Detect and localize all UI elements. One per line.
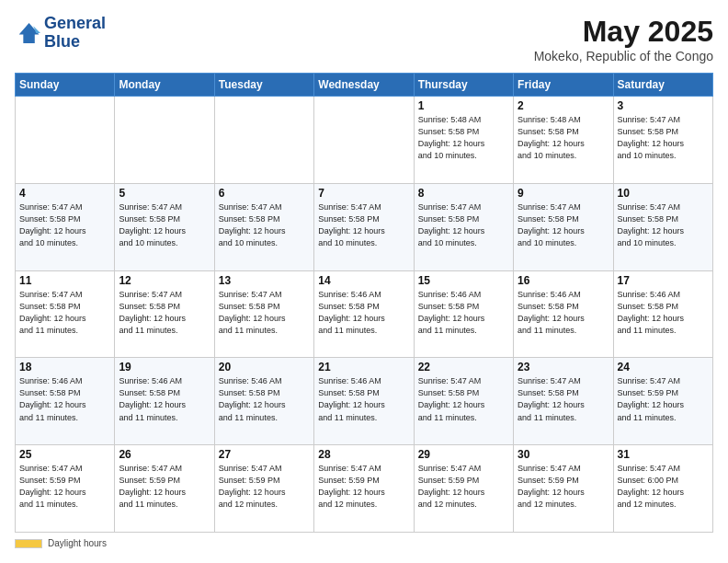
day-number: 7 bbox=[318, 187, 409, 200]
day-number: 20 bbox=[219, 361, 310, 373]
calendar-cell: 28Sunrise: 5:47 AM Sunset: 5:59 PM Dayli… bbox=[314, 445, 414, 533]
day-info: Sunrise: 5:47 AM Sunset: 5:59 PM Dayligh… bbox=[119, 463, 210, 511]
calendar-cell bbox=[214, 97, 313, 184]
day-number: 15 bbox=[418, 274, 509, 287]
calendar-cell: 26Sunrise: 5:47 AM Sunset: 5:59 PM Dayli… bbox=[115, 445, 214, 533]
calendar-cell: 17Sunrise: 5:46 AM Sunset: 5:58 PM Dayli… bbox=[613, 270, 712, 358]
subtitle: Mokeko, Republic of the Congo bbox=[534, 49, 713, 63]
calendar-day-header: Saturday bbox=[613, 74, 712, 97]
calendar-cell: 5Sunrise: 5:47 AM Sunset: 5:58 PM Daylig… bbox=[115, 183, 214, 270]
logo-icon bbox=[15, 20, 40, 46]
calendar-cell: 31Sunrise: 5:47 AM Sunset: 6:00 PM Dayli… bbox=[613, 445, 712, 533]
day-number: 5 bbox=[119, 187, 210, 200]
calendar-cell bbox=[115, 97, 214, 184]
day-number: 27 bbox=[219, 448, 310, 461]
day-number: 24 bbox=[618, 361, 709, 373]
day-info: Sunrise: 5:47 AM Sunset: 5:59 PM Dayligh… bbox=[219, 463, 310, 511]
calendar-cell: 20Sunrise: 5:46 AM Sunset: 5:58 PM Dayli… bbox=[214, 358, 313, 445]
calendar-cell: 9Sunrise: 5:47 AM Sunset: 5:58 PM Daylig… bbox=[514, 183, 613, 270]
calendar-cell: 18Sunrise: 5:46 AM Sunset: 5:58 PM Dayli… bbox=[16, 358, 115, 445]
day-info: Sunrise: 5:47 AM Sunset: 5:58 PM Dayligh… bbox=[518, 375, 609, 423]
day-number: 4 bbox=[19, 187, 110, 200]
day-info: Sunrise: 5:47 AM Sunset: 5:59 PM Dayligh… bbox=[518, 463, 609, 511]
day-number: 17 bbox=[618, 274, 709, 287]
calendar-day-header: Monday bbox=[115, 74, 214, 97]
title-block: May 2025 Mokeko, Republic of the Congo bbox=[534, 15, 713, 63]
day-info: Sunrise: 5:46 AM Sunset: 5:58 PM Dayligh… bbox=[219, 375, 310, 423]
day-number: 30 bbox=[518, 448, 609, 461]
calendar-cell: 6Sunrise: 5:47 AM Sunset: 5:58 PM Daylig… bbox=[214, 183, 313, 270]
main-title: May 2025 bbox=[534, 15, 713, 49]
day-info: Sunrise: 5:46 AM Sunset: 5:58 PM Dayligh… bbox=[518, 289, 609, 337]
day-info: Sunrise: 5:46 AM Sunset: 5:58 PM Dayligh… bbox=[318, 375, 409, 423]
day-info: Sunrise: 5:46 AM Sunset: 5:58 PM Dayligh… bbox=[418, 289, 509, 337]
day-number: 2 bbox=[518, 99, 609, 112]
day-number: 1 bbox=[418, 99, 509, 112]
calendar-week-row: 4Sunrise: 5:47 AM Sunset: 5:58 PM Daylig… bbox=[16, 183, 713, 270]
day-number: 21 bbox=[318, 361, 409, 373]
footer-note: Daylight hours bbox=[15, 538, 713, 548]
calendar-cell: 25Sunrise: 5:47 AM Sunset: 5:59 PM Dayli… bbox=[16, 445, 115, 533]
day-info: Sunrise: 5:47 AM Sunset: 5:58 PM Dayligh… bbox=[618, 201, 709, 249]
calendar-cell: 4Sunrise: 5:47 AM Sunset: 5:58 PM Daylig… bbox=[16, 183, 115, 270]
day-info: Sunrise: 5:47 AM Sunset: 5:58 PM Dayligh… bbox=[219, 201, 310, 249]
day-number: 10 bbox=[618, 187, 709, 200]
calendar-week-row: 11Sunrise: 5:47 AM Sunset: 5:58 PM Dayli… bbox=[16, 270, 713, 358]
calendar-cell: 3Sunrise: 5:47 AM Sunset: 5:58 PM Daylig… bbox=[613, 97, 712, 184]
day-number: 13 bbox=[219, 274, 310, 287]
calendar-day-header: Friday bbox=[514, 74, 613, 97]
day-number: 23 bbox=[518, 361, 609, 373]
calendar-cell: 2Sunrise: 5:48 AM Sunset: 5:58 PM Daylig… bbox=[514, 97, 613, 184]
logo-text: General Blue bbox=[44, 15, 106, 52]
day-info: Sunrise: 5:46 AM Sunset: 5:58 PM Dayligh… bbox=[119, 375, 210, 423]
day-number: 9 bbox=[518, 187, 609, 200]
day-info: Sunrise: 5:46 AM Sunset: 5:58 PM Dayligh… bbox=[618, 289, 709, 337]
header: General Blue May 2025 Mokeko, Republic o… bbox=[15, 15, 713, 63]
calendar-cell: 22Sunrise: 5:47 AM Sunset: 5:58 PM Dayli… bbox=[414, 358, 513, 445]
calendar-cell: 13Sunrise: 5:47 AM Sunset: 5:58 PM Dayli… bbox=[214, 270, 313, 358]
day-info: Sunrise: 5:47 AM Sunset: 5:59 PM Dayligh… bbox=[418, 463, 509, 511]
calendar-day-header: Thursday bbox=[414, 74, 513, 97]
calendar-cell: 29Sunrise: 5:47 AM Sunset: 5:59 PM Dayli… bbox=[414, 445, 513, 533]
day-info: Sunrise: 5:47 AM Sunset: 5:58 PM Dayligh… bbox=[518, 201, 609, 249]
calendar-cell: 19Sunrise: 5:46 AM Sunset: 5:58 PM Dayli… bbox=[115, 358, 214, 445]
logo: General Blue bbox=[15, 15, 106, 52]
calendar-day-header: Wednesday bbox=[314, 74, 414, 97]
day-number: 12 bbox=[119, 274, 210, 287]
day-number: 3 bbox=[618, 99, 709, 112]
calendar-cell bbox=[16, 97, 115, 184]
calendar-cell: 14Sunrise: 5:46 AM Sunset: 5:58 PM Dayli… bbox=[314, 270, 414, 358]
calendar-table: SundayMondayTuesdayWednesdayThursdayFrid… bbox=[15, 73, 713, 533]
day-info: Sunrise: 5:48 AM Sunset: 5:58 PM Dayligh… bbox=[418, 114, 509, 162]
calendar-cell: 23Sunrise: 5:47 AM Sunset: 5:58 PM Dayli… bbox=[514, 358, 613, 445]
daylight-bar-icon bbox=[15, 539, 42, 548]
day-number: 28 bbox=[318, 448, 409, 461]
calendar-cell bbox=[314, 97, 414, 184]
day-number: 31 bbox=[618, 448, 709, 461]
calendar-cell: 16Sunrise: 5:46 AM Sunset: 5:58 PM Dayli… bbox=[514, 270, 613, 358]
calendar-day-header: Sunday bbox=[16, 74, 115, 97]
calendar-cell: 11Sunrise: 5:47 AM Sunset: 5:58 PM Dayli… bbox=[16, 270, 115, 358]
day-info: Sunrise: 5:47 AM Sunset: 5:58 PM Dayligh… bbox=[119, 289, 210, 337]
calendar-cell: 15Sunrise: 5:46 AM Sunset: 5:58 PM Dayli… bbox=[414, 270, 513, 358]
day-info: Sunrise: 5:47 AM Sunset: 5:58 PM Dayligh… bbox=[618, 114, 709, 162]
calendar-cell: 27Sunrise: 5:47 AM Sunset: 5:59 PM Dayli… bbox=[214, 445, 313, 533]
day-number: 6 bbox=[219, 187, 310, 200]
calendar-cell: 30Sunrise: 5:47 AM Sunset: 5:59 PM Dayli… bbox=[514, 445, 613, 533]
calendar-cell: 10Sunrise: 5:47 AM Sunset: 5:58 PM Dayli… bbox=[613, 183, 712, 270]
day-info: Sunrise: 5:47 AM Sunset: 5:59 PM Dayligh… bbox=[618, 375, 709, 423]
calendar-day-header: Tuesday bbox=[214, 74, 313, 97]
calendar-cell: 12Sunrise: 5:47 AM Sunset: 5:58 PM Dayli… bbox=[115, 270, 214, 358]
calendar-header-row: SundayMondayTuesdayWednesdayThursdayFrid… bbox=[16, 74, 713, 97]
day-number: 29 bbox=[418, 448, 509, 461]
day-info: Sunrise: 5:47 AM Sunset: 5:58 PM Dayligh… bbox=[19, 289, 110, 337]
day-info: Sunrise: 5:46 AM Sunset: 5:58 PM Dayligh… bbox=[318, 289, 409, 337]
day-info: Sunrise: 5:47 AM Sunset: 5:58 PM Dayligh… bbox=[318, 201, 409, 249]
day-number: 26 bbox=[119, 448, 210, 461]
day-info: Sunrise: 5:47 AM Sunset: 5:58 PM Dayligh… bbox=[119, 201, 210, 249]
calendar-week-row: 25Sunrise: 5:47 AM Sunset: 5:59 PM Dayli… bbox=[16, 445, 713, 533]
day-number: 22 bbox=[418, 361, 509, 373]
day-info: Sunrise: 5:47 AM Sunset: 5:58 PM Dayligh… bbox=[219, 289, 310, 337]
page: General Blue May 2025 Mokeko, Republic o… bbox=[0, 0, 728, 563]
calendar-cell: 1Sunrise: 5:48 AM Sunset: 5:58 PM Daylig… bbox=[414, 97, 513, 184]
